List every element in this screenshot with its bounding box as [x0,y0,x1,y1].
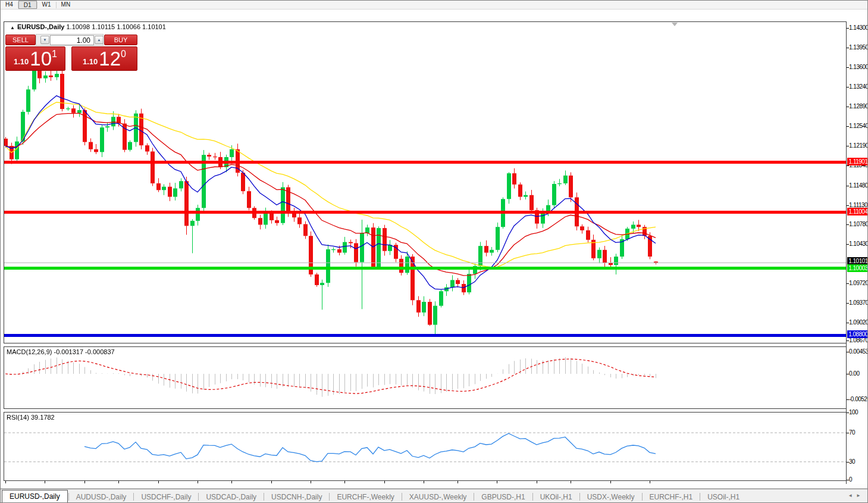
price-axis-label: 1.11480 [849,182,868,189]
rsi-name: RSI(14) [7,414,29,421]
rsi-axis-label: 30 [849,458,855,465]
time-axis-tick [45,481,45,483]
chart-shift-marker-icon[interactable] [672,23,678,26]
price-axis-label: 1.09370 [849,299,868,306]
chart-tab[interactable]: USDX-,Weekly [581,491,641,503]
tab-separator [133,493,134,501]
rsi-axis-label: 100 [849,409,858,415]
timeframe-button-w1[interactable]: W1 [37,1,56,9]
price-axis-label: 1.09020 [849,319,868,326]
volume-increase-button[interactable]: ▲ [95,36,104,44]
time-axis-tick [424,481,424,483]
buy-price-big: 12 [99,48,121,70]
chart-tab[interactable]: EURCHF-,H1 [643,491,700,503]
timeframe-button-d1[interactable]: D1 [18,1,37,9]
triangle-up-icon: ▲ [98,38,101,42]
time-axis-tick [118,481,119,483]
time-axis-tick [344,481,345,483]
mt4-window: H4D1W1MN ▲EURUSD-,Daily 1.10098 1.10115 … [0,0,868,503]
time-axis-tick [497,481,497,483]
rsi-axis-label: 70 [849,429,855,436]
price-line-tag: 1.10003 [847,264,868,272]
sell-price-big: 10 [30,48,52,70]
tab-separator [329,493,330,501]
price-axis-label: 1.10780 [849,221,868,227]
timeframe-button-mn[interactable]: MN [57,1,76,9]
tab-separator [264,493,264,501]
timeframe-toolbar: H4D1W1MN [1,1,868,10]
tab-scroll-arrows: ◄► [848,493,864,498]
tab-separator [700,493,700,501]
time-axis-tick [5,481,6,483]
chart-tab[interactable]: EURCHF-,Weekly [330,491,400,503]
rsi-value: 39.1782 [31,414,55,421]
chart-window: ▲EURUSD-,Daily 1.10098 1.10115 1.10066 1… [1,10,868,489]
time-axis-tick [271,481,272,483]
price-axis-label: 1.14300 [849,24,868,31]
macd-axis-label: 0.004536 [849,348,868,355]
price-line-tag: 1.08800 [847,330,868,338]
buy-price-display[interactable]: 1.10 12 0 [71,46,137,71]
sell-price-small: 1.10 [14,57,29,66]
buy-price-small: 1.10 [83,57,98,66]
time-axis-tick [537,481,537,483]
chart-tab[interactable]: UKOil-,H1 [534,491,579,503]
rsi-label: RSI(14) 39.1782 [7,414,55,421]
tab-scroll-right-button[interactable]: ► [856,493,864,498]
time-axis-tick [231,481,232,483]
collapse-panel-icon[interactable]: ▲ [10,25,15,30]
time-axis-tick [84,481,85,483]
time-axis-tick [571,481,571,483]
price-axis-label: 1.12890 [849,103,868,110]
macd-label: MACD(12,26,9) -0.001317 -0.000837 [7,348,115,355]
tab-scroll-left-button[interactable]: ◄ [848,493,856,498]
time-axis-tick [650,481,650,483]
time-axis-tick [158,481,159,483]
volume-input[interactable] [50,35,94,45]
rsi-indicator-canvas[interactable] [4,413,846,480]
price-axis-label: 1.13600 [849,64,868,70]
macd-axis-label: 0.00 [849,370,859,377]
timeframe-button-h4[interactable]: H4 [1,1,18,9]
chart-tab-bar: EURUSD-,DailyAUDUSD-,DailyUSDCHF-,DailyU… [1,489,868,503]
buy-price-sup: 0 [121,49,126,60]
sell-price-display[interactable]: 1.10 10 1 [5,46,65,71]
macd-indicator-canvas[interactable] [4,347,846,408]
time-axis-tick [384,481,385,483]
volume-decrease-button[interactable]: ▼ [40,36,49,44]
price-line-tag: 1.11901 [847,158,868,165]
chart-tab[interactable]: USOil-,H1 [701,491,746,503]
chart-tab[interactable]: EURUSD-,Daily [2,490,68,503]
chart-tab[interactable]: USDCAD-,Daily [199,491,263,503]
chart-scroll-strip[interactable] [1,484,868,489]
price-axis[interactable]: 1.143001.139501.136001.132401.128901.125… [846,21,868,493]
chart-ohlc-values: 1.10098 1.10115 1.10066 1.10101 [66,23,165,30]
rsi-axis-label: 0 [849,476,852,483]
price-axis-label: 1.09720 [849,280,868,286]
macd-axis-label: -0.005203 [849,396,868,402]
chart-tab[interactable]: USDCNH-,Daily [265,491,328,503]
price-axis-label: 1.12190 [849,142,868,149]
one-click-trade-panel: SELL ▼ ▲ BUY 1.10 10 1 1.10 12 0 [5,34,138,71]
tab-separator [474,493,474,501]
time-axis-tick [457,481,458,483]
price-axis-label: 1.12540 [849,123,868,129]
sell-price-sup: 1 [52,49,57,60]
tab-separator [198,493,199,501]
buy-button[interactable]: BUY [104,35,137,45]
time-axis-tick [198,481,198,483]
triangle-down-icon: ▼ [43,38,47,42]
chart-tab[interactable]: USDCHF-,Daily [134,491,198,503]
price-line-tag: 1.11004 [847,208,868,215]
chart-tab[interactable]: GBPUSD-,H1 [475,491,531,503]
sell-button[interactable]: SELL [5,35,36,45]
price-axis-label: 1.13950 [849,44,868,51]
chart-title: ▲EURUSD-,Daily 1.10098 1.10115 1.10066 1… [10,23,166,30]
chart-tab[interactable]: XAUUSD-,Weekly [403,491,473,503]
chart-tab[interactable]: AUDUSD-,Daily [70,491,133,503]
tab-separator [402,493,402,501]
macd-values: -0.001317 -0.000837 [54,348,114,355]
tab-separator [579,493,580,501]
price-axis-label: 1.13240 [849,83,868,90]
time-axis-tick [610,481,611,483]
